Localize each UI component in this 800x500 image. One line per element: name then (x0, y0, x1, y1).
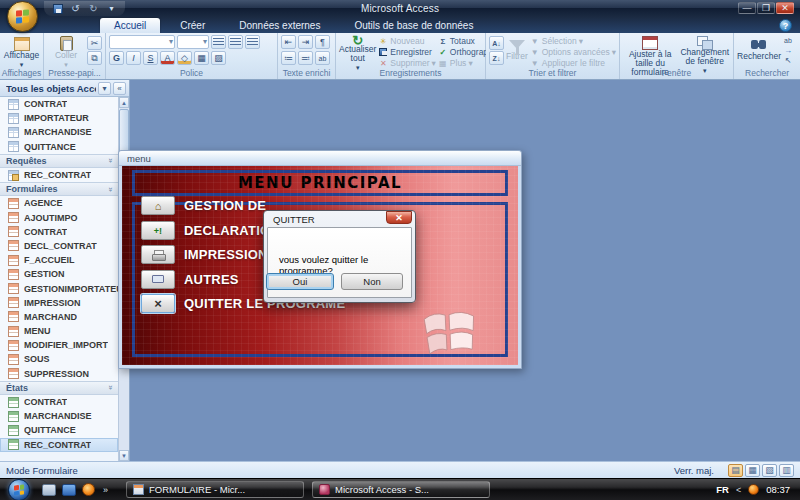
undo-icon[interactable] (68, 2, 83, 15)
changement-fenetre-button[interactable]: Changement de fenêtre▾ (679, 35, 730, 69)
nav-item-gestion[interactable]: GESTION (0, 267, 118, 281)
datasheet-view-icon[interactable]: ▦ (745, 464, 760, 477)
firefox-icon[interactable] (82, 483, 95, 496)
form-view-icon[interactable]: ▤ (728, 464, 743, 477)
nav-item-ajoutimpo[interactable]: AJOUTIMPO (0, 211, 118, 225)
switch-windows-icon[interactable] (62, 484, 76, 496)
section-collapse-icon[interactable]: » (105, 187, 114, 191)
font-family-select[interactable] (109, 35, 175, 49)
nav-item-agence[interactable]: AGENCE (0, 196, 118, 210)
underline-button[interactable]: S (143, 51, 158, 65)
nav-item-marchandise[interactable]: MARCHANDISE (0, 409, 118, 423)
nav-item-suppression[interactable]: SUPPRESSION (0, 367, 118, 381)
nav-item-contrat[interactable]: CONTRAT (0, 97, 118, 111)
restore-button[interactable]: ❐ (757, 2, 775, 14)
nav-section-header[interactable]: Formulaires» (0, 182, 118, 196)
design-view-icon[interactable]: ▥ (779, 464, 794, 477)
nav-pane-header[interactable]: Tous les objets Access ▾ « (0, 80, 129, 97)
gridlines-icon[interactable]: ▦ (194, 51, 209, 65)
language-indicator[interactable]: FR (716, 484, 729, 495)
nav-item-contrat[interactable]: CONTRAT (0, 225, 118, 239)
enregistrer-button[interactable]: Enregistrer (378, 47, 436, 57)
rechercher-button[interactable]: Rechercher (737, 35, 781, 69)
font-color-icon[interactable]: A (160, 51, 175, 65)
scroll-down-icon[interactable]: ▼ (119, 450, 129, 461)
tab-accueil[interactable]: Accueil (100, 18, 160, 33)
nav-item-impression[interactable]: IMPRESSION (0, 296, 118, 310)
taskbar-item-access[interactable]: Microsoft Access - S... (312, 481, 490, 498)
nav-collapse-icon[interactable]: « (113, 82, 126, 95)
bullet-list-icon[interactable]: ≕ (298, 51, 313, 65)
menu-button-home[interactable] (141, 196, 175, 215)
save-icon[interactable] (50, 2, 65, 15)
increase-indent-icon[interactable]: ⇥ (298, 35, 313, 49)
nav-dropdown-icon[interactable]: ▾ (98, 82, 111, 95)
layout-view-icon[interactable]: ▧ (762, 464, 777, 477)
start-button[interactable] (8, 479, 30, 500)
menu-button-printer[interactable] (141, 245, 175, 264)
nav-item-rec_contrat[interactable]: REC_CONTRAT (0, 438, 118, 452)
menu-button-close[interactable] (141, 294, 175, 313)
numbered-list-icon[interactable]: ≔ (281, 51, 296, 65)
align-center-icon[interactable] (228, 35, 243, 49)
quicklaunch-overflow-icon[interactable]: » (103, 485, 108, 495)
nav-item-f_accueil[interactable]: F_ACCUEIL (0, 253, 118, 267)
decrease-indent-icon[interactable]: ⇤ (281, 35, 296, 49)
tab-outils-bdd[interactable]: Outils de base de données (340, 18, 487, 33)
office-button[interactable] (7, 1, 38, 32)
align-right-icon[interactable] (245, 35, 260, 49)
affichage-button[interactable]: Affichage▾ (3, 35, 40, 69)
sort-desc-icon[interactable]: Z↓ (489, 51, 504, 65)
fill-color-icon[interactable]: ◇ (177, 51, 192, 65)
close-button[interactable]: ✕ (776, 2, 794, 14)
section-collapse-icon[interactable]: » (105, 386, 114, 390)
menu-button-book[interactable] (141, 270, 175, 289)
italic-button[interactable]: I (126, 51, 141, 65)
redo-icon[interactable] (86, 2, 101, 15)
nav-item-marchand[interactable]: MARCHAND (0, 310, 118, 324)
filtrer-button[interactable]: Filtrer (506, 35, 528, 69)
qat-customize-icon[interactable] (104, 2, 119, 15)
tab-donnees-externes[interactable]: Données externes (225, 18, 334, 33)
oui-button[interactable]: Oui (266, 273, 334, 290)
minimize-button[interactable]: — (738, 2, 756, 14)
coller-button[interactable]: Coller▾ (47, 35, 85, 69)
tab-creer[interactable]: Créer (166, 18, 219, 33)
nav-item-contrat[interactable]: CONTRAT (0, 395, 118, 409)
actualiser-tout-button[interactable]: Actualiser tout▾ (339, 35, 376, 69)
taskbar-item-formulaire[interactable]: FORMULAIRE - Micr... (126, 481, 304, 498)
nav-item-sous[interactable]: SOUS (0, 352, 118, 366)
appliquer-filtre-button[interactable]: ▼Appliquer le filtre (530, 58, 616, 68)
form-window-titlebar[interactable]: menu (119, 151, 521, 166)
align-left-icon[interactable] (211, 35, 226, 49)
goto-icon[interactable]: → (783, 46, 793, 55)
nav-item-quittance[interactable]: QUITTANCE (0, 423, 118, 437)
text-highlight-icon[interactable]: ab (315, 51, 330, 65)
nav-item-importateur[interactable]: IMPORTATEUR (0, 111, 118, 125)
select-icon[interactable]: ↖ (783, 56, 793, 65)
bold-button[interactable]: G (109, 51, 124, 65)
supprimer-button[interactable]: ✕Supprimer ▾ (378, 58, 436, 68)
help-icon[interactable]: ? (779, 19, 792, 32)
alt-fill-icon[interactable]: ▨ (211, 51, 226, 65)
direction-icon[interactable]: ¶ (315, 35, 330, 49)
nav-item-gestionimportateur[interactable]: GESTIONIMPORTATEUR (0, 281, 118, 295)
dialog-close-icon[interactable]: ✕ (386, 211, 412, 224)
scroll-up-icon[interactable]: ▲ (119, 97, 129, 108)
section-collapse-icon[interactable]: » (105, 159, 114, 163)
ajuster-taille-button[interactable]: Ajuster à la taille du formulaire (623, 35, 677, 69)
nav-section-header[interactable]: États» (0, 381, 118, 395)
nav-section-header[interactable]: Requêtes» (0, 154, 118, 168)
nav-item-decl_contrat[interactable]: DECL_CONTRAT (0, 239, 118, 253)
nav-item-menu[interactable]: MENU (0, 324, 118, 338)
nouveau-button[interactable]: ✳Nouveau (378, 36, 436, 46)
show-desktop-icon[interactable] (42, 484, 56, 496)
tray-expand-icon[interactable]: < (736, 485, 741, 495)
tray-notification-icon[interactable] (748, 484, 759, 495)
options-avancees-button[interactable]: ▼Options avancées ▾ (530, 47, 616, 57)
copy-icon[interactable]: ⧉ (87, 51, 102, 65)
dialog-titlebar[interactable]: QUITTER ✕ (267, 211, 412, 227)
non-button[interactable]: Non (341, 273, 403, 290)
replace-icon[interactable]: ab (783, 36, 793, 45)
nav-item-rec_contrat[interactable]: REC_CONTRAT (0, 168, 118, 182)
